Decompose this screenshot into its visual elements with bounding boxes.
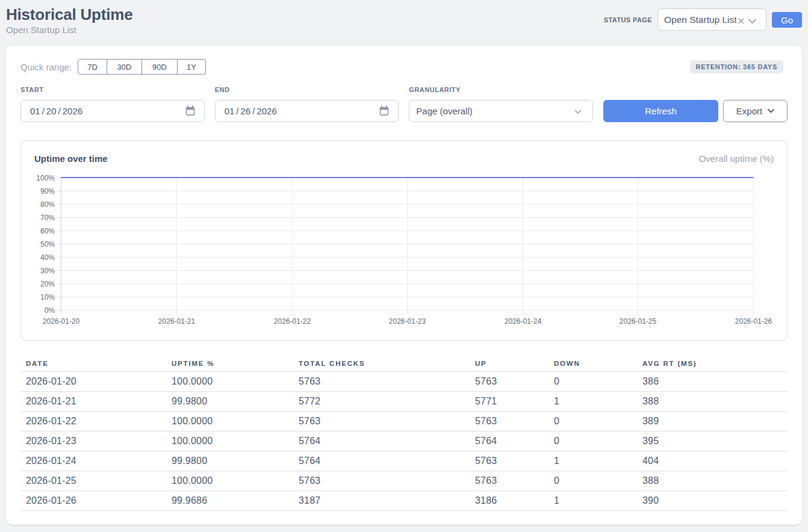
svg-text:2026-01-23: 2026-01-23 bbox=[389, 317, 426, 325]
svg-text:60%: 60% bbox=[40, 226, 55, 235]
svg-text:100%: 100% bbox=[36, 173, 55, 182]
svg-text:2026-01-24: 2026-01-24 bbox=[505, 317, 542, 325]
svg-text:2026-01-26: 2026-01-26 bbox=[735, 317, 772, 325]
svg-text:50%: 50% bbox=[40, 240, 55, 248]
svg-text:0%: 0% bbox=[45, 306, 55, 314]
svg-text:2026-01-22: 2026-01-22 bbox=[274, 317, 311, 325]
svg-text:2026-01-25: 2026-01-25 bbox=[620, 317, 657, 325]
svg-text:40%: 40% bbox=[40, 253, 55, 261]
svg-text:70%: 70% bbox=[40, 213, 55, 221]
svg-text:30%: 30% bbox=[40, 266, 55, 274]
svg-text:80%: 80% bbox=[40, 200, 55, 208]
svg-text:2026-01-21: 2026-01-21 bbox=[158, 317, 196, 325]
svg-text:20%: 20% bbox=[40, 279, 55, 288]
svg-text:90%: 90% bbox=[40, 187, 55, 195]
svg-text:2026-01-20: 2026-01-20 bbox=[43, 317, 80, 325]
svg-text:10%: 10% bbox=[40, 292, 55, 301]
